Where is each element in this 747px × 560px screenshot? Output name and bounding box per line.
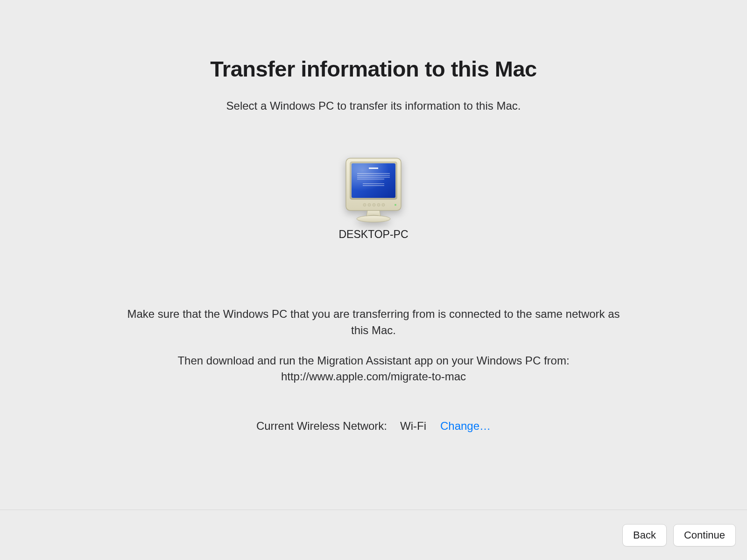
svg-rect-10 [363, 183, 384, 184]
source-device-item[interactable]: DESKTOP-PC [338, 154, 409, 241]
svg-rect-11 [363, 185, 384, 186]
svg-point-0 [357, 216, 390, 222]
svg-rect-9 [357, 179, 384, 179]
instruction-line-2: Then download and run the Migration Assi… [126, 353, 621, 385]
network-info-row: Current Wireless Network: Wi-Fi Change… [256, 420, 491, 433]
continue-button[interactable]: Continue [673, 524, 736, 546]
svg-point-15 [377, 203, 380, 206]
svg-rect-8 [357, 177, 390, 177]
footer-toolbar: Back Continue [0, 510, 747, 560]
network-label: Current Wireless Network: [256, 420, 387, 433]
device-name-label: DESKTOP-PC [338, 228, 408, 241]
svg-point-12 [363, 203, 366, 206]
network-name: Wi-Fi [400, 420, 426, 433]
instruction-line-1: Make sure that the Windows PC that you a… [126, 306, 621, 339]
windows-pc-icon [338, 154, 409, 224]
svg-rect-7 [357, 175, 390, 175]
svg-point-16 [382, 203, 385, 206]
change-network-link[interactable]: Change… [440, 420, 491, 433]
migration-assistant-window: Transfer information to this Mac Select … [0, 0, 747, 560]
main-content: Transfer information to this Mac Select … [0, 0, 747, 510]
svg-rect-6 [357, 173, 390, 174]
svg-point-17 [395, 204, 396, 206]
svg-point-13 [368, 203, 371, 206]
page-title: Transfer information to this Mac [210, 56, 537, 82]
svg-rect-5 [369, 168, 378, 169]
page-subtitle: Select a Windows PC to transfer its info… [226, 99, 521, 112]
svg-point-14 [373, 203, 375, 206]
instructions-text: Make sure that the Windows PC that you a… [126, 306, 621, 399]
back-button[interactable]: Back [622, 524, 667, 546]
